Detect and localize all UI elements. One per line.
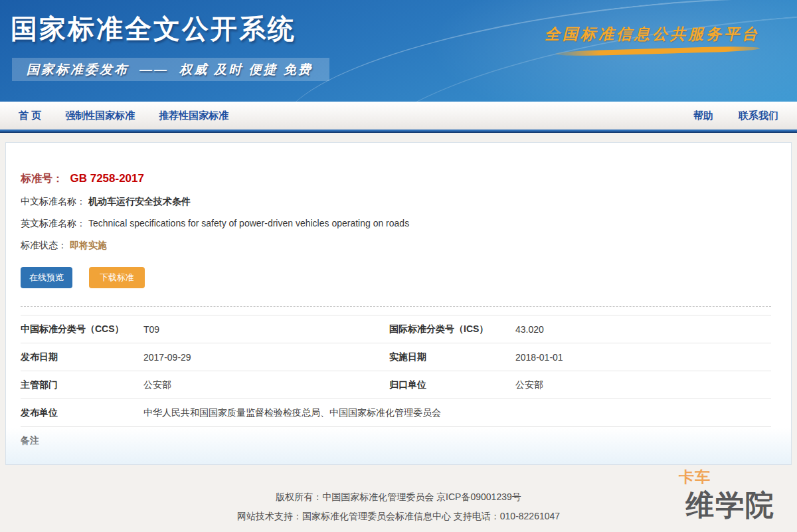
- centralized-unit-value: 公安部: [515, 379, 771, 391]
- en-name-label: 英文标准名称：: [21, 218, 86, 228]
- nav-item-mandatory-standards[interactable]: 强制性国家标准: [65, 110, 135, 122]
- download-standard-button[interactable]: 下载标准: [89, 267, 145, 288]
- status-label: 标准状态：: [21, 240, 67, 250]
- status-row: 标准状态： 即将实施: [21, 238, 771, 252]
- cn-name-row: 中文标准名称： 机动车运行安全技术条件: [21, 195, 771, 208]
- ics-value: 43.020: [515, 324, 771, 335]
- standard-number-label: 标准号：: [21, 173, 63, 184]
- remarks-label: 备注: [21, 435, 143, 447]
- centralized-unit-label: 归口单位: [389, 379, 515, 391]
- site-header: 国家标准全文公开系统 国家标准委发布 —— 权威 及时 便捷 免费 全国标准信息…: [0, 0, 797, 102]
- cn-name-value: 机动车运行安全技术条件: [88, 196, 191, 207]
- sub-banner-slogan: 权威 及时 便捷 免费: [179, 61, 313, 78]
- nav-item-recommended-standards[interactable]: 推荐性国家标准: [159, 110, 228, 122]
- main-nav: 首 页 强制性国家标准 推荐性国家标准 帮助 联系我们: [0, 102, 797, 130]
- en-name-value: Technical specifications for safety of p…: [88, 218, 409, 228]
- platform-logo: 全国标准信息公共服务平台: [545, 24, 760, 54]
- site-title: 国家标准全文公开系统: [11, 11, 296, 47]
- nav-item-help[interactable]: 帮助: [693, 110, 713, 122]
- header-sub-banner: 国家标准委发布 —— 权威 及时 便捷 免费: [12, 58, 329, 81]
- nav-item-home[interactable]: 首 页: [19, 110, 41, 122]
- implement-date-value: 2018-01-01: [515, 352, 771, 363]
- publish-unit-value: 中华人民共和国国家质量监督检验检疫总局、中国国家标准化管理委员会: [143, 407, 771, 419]
- standard-number-row: 标准号： GB 7258-2017: [21, 172, 771, 186]
- table-row-dates: 发布日期 2017-09-29 实施日期 2018-01-01: [21, 343, 771, 371]
- footer-support: 网站技术支持：国家标准化管理委员会标准信息中心 支持电话：010-8226104…: [0, 507, 797, 526]
- page-footer: 版权所有：中国国家标准化管理委员会 京ICP备09001239号 网站技术支持：…: [0, 465, 797, 526]
- platform-name: 全国标准信息公共服务平台: [545, 24, 760, 44]
- table-row-remarks: 备注: [21, 427, 771, 455]
- dashed-separator: [21, 306, 771, 307]
- ccs-value: T09: [143, 324, 389, 335]
- table-row-publish-unit: 发布单位 中华人民共和国国家质量监督检验检疫总局、中国国家标准化管理委员会: [21, 399, 771, 427]
- ics-label: 国际标准分类号（ICS）: [389, 323, 515, 335]
- nav-item-contact-us[interactable]: 联系我们: [739, 110, 778, 122]
- publish-date-value: 2017-09-29: [143, 352, 389, 363]
- table-row-classification: 中国标准分类号（CCS） T09 国际标准分类号（ICS） 43.020: [21, 315, 771, 343]
- details-table: 中国标准分类号（CCS） T09 国际标准分类号（ICS） 43.020 发布日…: [21, 315, 771, 455]
- table-row-departments: 主管部门 公安部 归口单位 公安部: [21, 371, 771, 399]
- sub-banner-publisher: 国家标准委发布: [27, 61, 129, 78]
- standard-number-value: GB 7258-2017: [70, 172, 144, 185]
- publish-date-label: 发布日期: [21, 351, 143, 363]
- implement-date-label: 实施日期: [389, 351, 515, 363]
- nav-left-group: 首 页 强制性国家标准 推荐性国家标准: [0, 110, 228, 122]
- status-value: 即将实施: [70, 240, 107, 250]
- en-name-row: 英文标准名称： Technical specifications for saf…: [21, 217, 771, 230]
- cn-name-label: 中文标准名称：: [21, 196, 86, 207]
- nav-right-group: 帮助 联系我们: [693, 110, 797, 122]
- online-preview-button[interactable]: 在线预览: [21, 267, 72, 288]
- publish-unit-label: 发布单位: [21, 407, 143, 419]
- competent-dept-label: 主管部门: [21, 379, 143, 391]
- nav-bottom-border-dark: [0, 132, 797, 133]
- footer-copyright: 版权所有：中国国家标准化管理委员会 京ICP备09001239号: [0, 488, 797, 507]
- ccs-label: 中国标准分类号（CCS）: [21, 323, 143, 335]
- sub-banner-dash: ——: [139, 62, 169, 77]
- platform-underline-decoration: [555, 46, 760, 57]
- action-buttons: 在线预览 下载标准: [21, 267, 771, 288]
- standard-detail-card: 标准号： GB 7258-2017 中文标准名称： 机动车运行安全技术条件 英文…: [5, 142, 792, 465]
- competent-dept-value: 公安部: [143, 379, 389, 391]
